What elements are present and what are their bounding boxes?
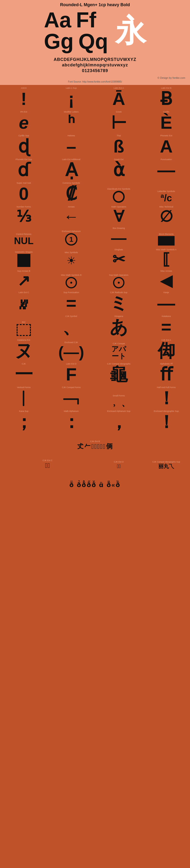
cell-glyph: – <box>66 137 76 155</box>
grid-cell-latinextc: Latin Ext C ꝟ <box>0 289 47 313</box>
cell-glyph: ﹁ <box>63 389 80 407</box>
grid-cell-etc: EtC <box>0 313 47 337</box>
grid-cell-cjkexta: CJK Ext A 㑢 <box>143 337 190 361</box>
cell-glyph: — <box>157 161 175 179</box>
grid-cell-cyrillic: Cyrillic È <box>143 109 190 132</box>
cell-glyph: ð̈ ð̉ð̊ð̋ð̌ ɑ̈ ð̎«ð̏ <box>69 482 121 488</box>
grid-cell-cjksymbol: CJK Symbol 、 <box>47 313 95 337</box>
grid-cell-latin1sup: Latin-1 Sup ¡ <box>47 85 95 109</box>
cell-glyph: アパート <box>111 345 126 360</box>
grid-cell-controlpics: Control Pictures NUL <box>0 225 47 247</box>
grid-cell-boxdrawing: Box Drawing — <box>95 225 143 247</box>
cell-glyph: ! <box>21 90 27 108</box>
grid-cell-phoneticextsup: Phonetic Ext Sup ɗ <box>0 156 47 180</box>
cell-glyph: — <box>111 230 126 246</box>
grid-cell-katakanaext: Katakana Ext ヌ <box>0 337 47 361</box>
cell-glyph: — <box>157 294 175 312</box>
grid-cell-suparrowsb: Sup Arrows B ↗ <box>0 268 47 289</box>
cell-glyph: ¡ <box>68 90 74 108</box>
grid-cell-cyrillicsup: Cyrillic Sup ɖ <box>0 132 47 156</box>
grid-cell-smallforms: Small Forms ﹐﹑ <box>95 384 143 408</box>
cell-label: Geometric Shapes <box>15 251 33 253</box>
grid-cell-arrows: Arrows ← <box>47 204 95 225</box>
cell-glyph: ︱ <box>15 389 33 407</box>
cell-glyph: 𪜶𪜷 <box>45 462 50 469</box>
cell-label: CJK Ext D <box>114 461 124 463</box>
cell-glyph: ß <box>113 137 124 155</box>
cell-label: Sup Math Operators <box>109 274 128 277</box>
char-Ff: Ff <box>76 9 96 31</box>
cell-glyph: 0 <box>19 185 29 203</box>
cell-label: Control Pictures <box>16 233 31 236</box>
digits: 0123456789 <box>5 68 185 73</box>
cell-label: Letterlike Symbols <box>157 190 175 193</box>
grid-cell-dingbats: Dingbats ✂ <box>95 247 143 268</box>
block-rect-glyph <box>158 236 175 246</box>
cell-glyph: 、 <box>63 318 80 336</box>
grid-cell-kanje: Kanje — <box>143 289 190 313</box>
cell-glyph: ミ <box>110 294 128 312</box>
cell-label: Diacriticals For Symbols <box>107 188 130 190</box>
grid-row-cjkcompatideosup: CJK Compat Ideographs Sup 丽丸乁 <box>143 451 190 470</box>
cell-glyph: ª/c <box>160 193 172 203</box>
grid-cell-katakana: Katakana = <box>143 313 190 337</box>
char-Gg: Gg <box>44 31 74 52</box>
cell-glyph: ﬀ <box>160 366 173 383</box>
grid-cell-punctuation: Punctuation — <box>143 156 190 180</box>
cell-glyph: ！ <box>157 389 175 407</box>
cell-glyph: ⅓ <box>16 209 31 224</box>
cell-glyph: ∀ <box>114 209 124 224</box>
grid-cell-letterlike: Letterlike Symbols ª/c <box>143 180 190 204</box>
cell-glyph: NUL <box>14 236 34 246</box>
cell-glyph: ɗ <box>17 161 30 179</box>
font-title: Rounded-L Mgen+ 1cp heavy Bold <box>5 2 185 7</box>
grid-cell-enclosedcjk: Enclosed CJK (—) <box>47 337 95 361</box>
grid-cell-enclosedalphanusup: Enclosed Alphanum Sup ， <box>95 408 143 432</box>
cell-glyph: ◀ <box>160 273 172 288</box>
grid-cell-suppunctuation: Sup Punctuation = <box>47 289 95 313</box>
cell-glyph: A <box>160 137 173 155</box>
cell-glyph: Ạ <box>65 161 77 179</box>
cell-label: EtC <box>22 321 26 323</box>
cell-glyph: e <box>19 114 29 131</box>
grid-cell-kanasup: Kana Sup ； <box>0 408 47 432</box>
source-url: Font Source: http://www.fontke.com/font/… <box>0 81 190 85</box>
cell-label: Misc Symbols <box>65 251 78 254</box>
cell-glyph: 𠀋𠂉𠃌𠅐𠆪𠆸𠇍𠈓 <box>77 443 113 450</box>
cell-glyph: あ <box>110 318 128 336</box>
cell-label: CJK Compat <box>113 342 125 345</box>
grid-cell-mathalphanum: Math Alphanum ： <box>47 408 95 432</box>
cell-glyph: 龜 <box>110 366 128 383</box>
black-square-glyph <box>17 254 30 267</box>
grid-row-final: ð̈ ð̉ð̊ð̋ð̌ ɑ̈ ð̎«ð̏ <box>0 470 190 489</box>
cell-glyph: ∅ <box>160 209 173 224</box>
grid-cell-cjk: CJK 一 <box>0 361 47 384</box>
grid-cell-thai: Thai ß <box>95 132 143 156</box>
grid-cell-miscmathB: Misc Math Symbols B <box>47 268 95 289</box>
grid-cell-blockelements: Block Elements <box>143 225 190 247</box>
cell-glyph: Ƀ <box>160 90 173 108</box>
grid-cell-phoneticext: Phonetic Ext A <box>143 132 190 156</box>
cell-glyph: ꝟ <box>20 294 28 312</box>
dashed-rect-glyph <box>16 324 31 336</box>
cell-glyph: È <box>160 114 172 131</box>
grid-cell-enclosedalphan: Enclosed Alphanum 1 <box>47 225 95 247</box>
grid-cell-modifier: Modifier Letters ʰ <box>47 109 95 132</box>
grid-cell-alphabeticpf: Alphabetic Pf ﬀ <box>143 361 190 384</box>
grid-cell-ipaext: IPA Ext e <box>0 109 47 132</box>
grid-cell-numberforms: Number Forms ⅓ <box>0 204 47 225</box>
cell-label: CJK Compat Ideographs Sup <box>152 461 180 463</box>
grid-cell-latinexta: Latin Ext A Ā <box>95 85 143 109</box>
cell-glyph: 丽丸乁 <box>158 464 174 469</box>
cell-glyph: = <box>66 294 76 312</box>
grid-cell-mathop: Math Operators ∀ <box>95 204 143 225</box>
cell-glyph: ， <box>110 413 128 431</box>
grid-cell-cjkcompatforms: CJK Compat Forms ﹁ <box>47 384 95 408</box>
grid-row-cjkextd: CJK Ext D 𫝀𫝁 <box>95 451 143 470</box>
glyph-grid: ASCII ! Latin-1 Sup ¡ Latin Ext A Ā Lati… <box>0 85 190 489</box>
cell-glyph: (—) <box>59 344 84 360</box>
grid-cell-superandsub: Super And Sub 0 <box>0 180 47 204</box>
cell-glyph: ɖ <box>18 137 30 155</box>
cell-glyph: ： <box>63 413 80 431</box>
circle-outline-glyph <box>113 191 125 203</box>
